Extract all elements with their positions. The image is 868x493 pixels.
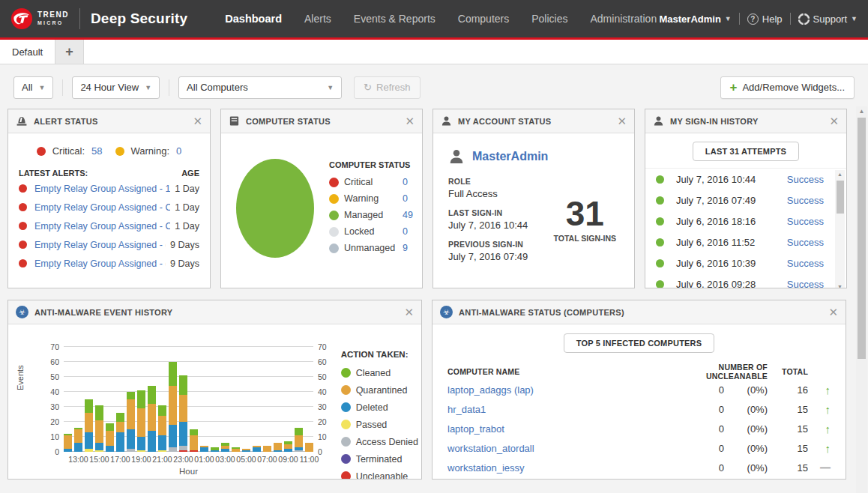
page-scrollbar[interactable]: ▲: [856, 106, 867, 493]
warning-count-link[interactable]: 0: [176, 145, 181, 157]
stacked-bar[interactable]: [305, 443, 313, 452]
stacked-bar[interactable]: [158, 405, 166, 452]
stacked-bar[interactable]: [211, 447, 219, 452]
chevron-down-icon: ▼: [725, 15, 732, 22]
stacked-bar[interactable]: [253, 446, 261, 452]
bar-segment: [85, 413, 93, 432]
alert-link[interactable]: Empty Relay Group Assigned - CA...: [34, 202, 170, 213]
help-link[interactable]: ? Help: [747, 13, 783, 25]
tab-default[interactable]: Default: [0, 40, 55, 64]
legend-value-link[interactable]: 9: [403, 243, 408, 253]
stacked-bar[interactable]: [295, 428, 303, 452]
signin-result-link[interactable]: Success: [787, 174, 824, 185]
stacked-bar[interactable]: [116, 413, 124, 452]
refresh-button[interactable]: ↻ Refresh: [354, 76, 420, 99]
account-menu[interactable]: MasterAdmin ▼: [660, 13, 732, 25]
alert-link[interactable]: Empty Relay Group Assigned - 19...: [34, 184, 170, 194]
x-tick-label: 11:00: [300, 455, 319, 464]
nav-item-alerts[interactable]: Alerts: [304, 13, 331, 25]
username-link[interactable]: MasterAdmin: [472, 150, 548, 163]
computer-name-link[interactable]: workstation_atordall: [447, 443, 658, 454]
close-icon[interactable]: ✕: [829, 115, 839, 127]
legend-row: Critical0: [329, 174, 413, 190]
alert-link[interactable]: Empty Relay Group Assigned - dir...: [34, 240, 166, 250]
legend-value-link[interactable]: 0: [403, 193, 408, 204]
last-attempts-button[interactable]: LAST 31 ATTEMPTS: [693, 142, 799, 161]
nav-item-policies[interactable]: Policies: [531, 13, 567, 25]
alert-link[interactable]: Empty Relay Group Assigned - CA...: [34, 221, 170, 232]
stacked-bar[interactable]: [74, 428, 82, 452]
scrollbar-thumb[interactable]: [858, 118, 866, 359]
stacked-bar[interactable]: [148, 386, 156, 452]
close-icon[interactable]: ✕: [193, 115, 202, 127]
support-menu[interactable]: Support ▼: [798, 13, 858, 25]
stacked-bar[interactable]: [221, 443, 229, 452]
stacked-bar[interactable]: [127, 392, 135, 452]
computers-scope-dropdown[interactable]: All Computers ▼: [178, 76, 342, 99]
stacked-bar[interactable]: [200, 446, 208, 452]
critical-count-link[interactable]: 58: [91, 145, 102, 157]
time-range-dropdown[interactable]: 24 Hour View ▼: [72, 76, 160, 99]
stacked-bar[interactable]: [274, 443, 282, 452]
stacked-bar[interactable]: [242, 449, 250, 452]
legend-value-link[interactable]: 0: [403, 226, 408, 237]
stacked-bar[interactable]: [169, 362, 177, 452]
stacked-bar[interactable]: [85, 399, 93, 452]
y-tick-label: 70: [318, 342, 336, 351]
scrollbar-thumb[interactable]: [837, 181, 844, 214]
add-remove-widgets-button[interactable]: + Add/Remove Widgets...: [720, 76, 855, 99]
nav-item-events-reports[interactable]: Events & Reports: [354, 13, 435, 25]
divider: [62, 79, 63, 96]
stacked-bar[interactable]: [179, 375, 187, 452]
success-dot-icon: [656, 175, 664, 184]
widget-title: MY SIGN-IN HISTORY: [670, 117, 829, 126]
am-event-bar-chart[interactable]: Events 001010202030304040505060607070 13…: [14, 330, 334, 477]
stacked-bar[interactable]: [263, 446, 271, 452]
uncleanable-count: 0: [658, 462, 724, 474]
nav-item-computers[interactable]: Computers: [458, 13, 509, 25]
divider: [169, 79, 169, 96]
legend-value-link[interactable]: 0: [403, 177, 408, 187]
nav-item-administration[interactable]: Administration: [590, 13, 657, 25]
trend-up-icon: ↑: [825, 403, 831, 416]
close-icon[interactable]: ✕: [404, 306, 414, 318]
top-infected-button[interactable]: TOP 5 INFECTED COMPUTERS: [564, 333, 715, 353]
signin-result-link[interactable]: Success: [787, 237, 824, 248]
stacked-bar[interactable]: [232, 447, 240, 452]
signin-result-link[interactable]: Success: [787, 195, 824, 206]
bar-segment: [263, 446, 271, 452]
computer-name-link[interactable]: workstation_iessy: [447, 462, 658, 474]
stacked-bar[interactable]: [137, 390, 145, 452]
filter-dropdown[interactable]: All ▼: [13, 76, 53, 99]
action-taken-legend: ACTION TAKEN: CleanedQuarantinedDeletedP…: [341, 330, 418, 480]
legend-value-link[interactable]: 49: [403, 210, 413, 220]
close-icon[interactable]: ✕: [828, 306, 838, 318]
stacked-bar[interactable]: [284, 441, 292, 452]
total-count: 15: [768, 462, 808, 474]
scroll-up-icon[interactable]: ▲: [835, 170, 845, 179]
widget-title: ANTI-MALWARE EVENT HISTORY: [34, 308, 404, 317]
close-icon[interactable]: ✕: [617, 115, 627, 127]
close-icon[interactable]: ✕: [405, 115, 415, 127]
legend-dot-icon: [329, 211, 339, 220]
computer-name-link[interactable]: laptop_adaggs (lap): [447, 384, 658, 396]
scroll-up-icon[interactable]: ▲: [856, 106, 867, 117]
bar-segment: [190, 450, 198, 452]
stacked-bar[interactable]: [64, 434, 72, 452]
stacked-bar[interactable]: [190, 429, 198, 452]
computer-name-link[interactable]: hr_data1: [447, 404, 658, 415]
signin-result-link[interactable]: Success: [787, 279, 824, 289]
signin-result-link[interactable]: Success: [787, 216, 824, 227]
computer-status-pie-chart[interactable]: [236, 159, 314, 258]
stacked-bar[interactable]: [106, 423, 114, 452]
alert-link[interactable]: Empty Relay Group Assigned - dir...: [34, 258, 166, 269]
nav-right-area: MasterAdmin ▼ ? Help Support ▼: [660, 13, 858, 25]
widget-scrollbar[interactable]: ▲ ▼: [835, 170, 845, 288]
computer-name-link[interactable]: laptop_trabot: [447, 423, 658, 435]
add-tab-button[interactable]: +: [55, 40, 84, 64]
x-tick-label: 13:00: [68, 455, 88, 464]
signin-result-link[interactable]: Success: [787, 258, 824, 269]
scroll-down-icon[interactable]: ▼: [835, 282, 845, 288]
nav-item-dashboard[interactable]: Dashboard: [225, 13, 282, 25]
stacked-bar[interactable]: [95, 405, 103, 452]
